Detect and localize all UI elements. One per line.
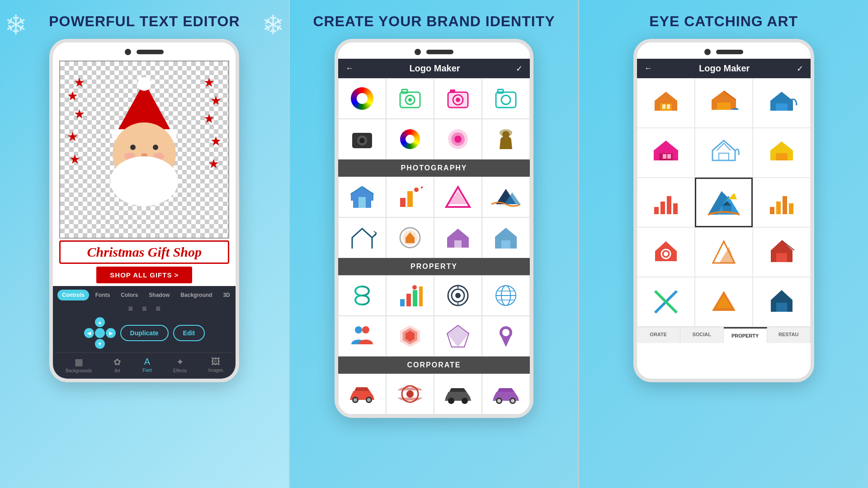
svg-point-69 [354,398,357,402]
logo-cell-prop6[interactable] [386,217,434,258]
tab-controls[interactable]: Controls [57,290,89,300]
dark-car-icon [442,383,474,405]
green-cam-icon [397,86,423,111]
svg-rect-93 [673,203,678,214]
dpad-left[interactable]: ◀ [84,328,94,338]
back-arrow-icon[interactable]: ← [345,64,354,73]
panel-2-title: CREATE YOUR BRAND IDENTITY [290,0,579,34]
logo-cell-corp3[interactable] [434,275,482,316]
hex-logo-icon [397,324,423,349]
p3-cell-3[interactable] [753,78,811,128]
dpad-up[interactable]: ▲ [95,317,105,327]
logo-cell-cam6[interactable] [386,119,434,160]
cat-tab-orate[interactable]: ORATE [637,327,680,343]
edit-button[interactable]: Edit [173,325,205,341]
nav-font[interactable]: A Font [139,355,155,375]
logo-cell-corp7[interactable] [434,316,482,357]
cat-tab-property[interactable]: PROPERTY [724,327,767,343]
logo-cell-corp5[interactable] [338,316,386,357]
p3-cell-15[interactable] [753,277,811,327]
svg-rect-90 [654,207,659,214]
logo-cell-car3[interactable] [434,374,482,414]
logo-cell-corp2[interactable] [386,275,434,316]
bottom-nav: ▦ Backgrounds ✿ Art A Font ✦ Effects [55,352,234,377]
logo-cell-cam4[interactable] [482,78,530,119]
cat-tab-restau[interactable]: RESTAU [767,327,811,343]
p3-cell-5[interactable] [695,128,753,178]
logo-maker-header-2: ← Logo Maker ✓ [338,59,530,78]
p3-cell-1[interactable] [637,78,695,128]
svg-rect-112 [776,303,787,312]
p3-cell-7[interactable] [637,178,695,227]
cat-tab-social[interactable]: SOCIAL [680,327,724,343]
phone-container-3: ← Logo Maker ✓ [579,39,868,382]
nav-effects[interactable]: ✦ Effects [170,355,190,375]
p3-cell-10[interactable] [637,227,695,277]
align-left-icon[interactable]: ≡ [128,304,133,314]
align-right-icon[interactable]: ≡ [156,304,161,314]
logo-cell-cam3[interactable] [434,78,482,119]
check-icon-3[interactable]: ✓ [797,64,803,74]
house-pink [650,137,682,169]
logo-cell-corp8[interactable] [482,316,530,357]
logo-cell-prop4[interactable] [482,177,530,217]
photography-label: PHOTOGRAPHY [338,160,530,177]
logo-cell-cam2[interactable] [386,78,434,119]
logo-cell-prop3[interactable] [434,177,482,217]
p3-cell-12[interactable] [753,227,811,277]
tab-colors[interactable]: Colors [116,290,142,300]
logo-cell-cam5[interactable] [338,119,386,160]
logo-cell-cam8[interactable] [482,119,530,160]
nav-backgrounds[interactable]: ▦ Backgrounds [62,355,95,375]
tab-shadow[interactable]: Shadow [144,290,174,300]
logo-cell-prop2[interactable] [386,177,434,217]
logo-cell-prop8[interactable] [482,217,530,258]
logo-cell-car1[interactable] [338,374,386,414]
logo-maker-title-3: Logo Maker [699,63,750,74]
check-icon[interactable]: ✓ [516,64,523,74]
tab-3d[interactable]: 3D [218,290,234,300]
svg-rect-46 [400,299,405,306]
toolbar: Controls Fonts Colors Shadow Background … [53,286,236,379]
duplicate-button[interactable]: Duplicate [120,325,169,341]
align-center-icon[interactable]: ≡ [142,304,147,314]
logo-cell-cam7[interactable] [434,119,482,160]
phone-1: ★ ★ ★ ★ ★ ★ ★ ★ ★ ★ [49,39,239,382]
svg-point-74 [448,398,454,404]
svg-rect-102 [789,203,793,214]
logo-cell-corp6[interactable] [386,316,434,357]
panel3-logo-grid [637,78,811,327]
logo-cell-corp1[interactable] [338,275,386,316]
svg-rect-100 [776,202,781,214]
dpad-down[interactable]: ▼ [95,339,105,349]
logo-cell-cam1[interactable] [338,78,386,119]
p3-cell-13[interactable] [637,277,695,327]
tab-background[interactable]: Background [176,290,217,300]
nav-images[interactable]: 🖼 Images [205,355,227,375]
dpad-right[interactable]: ▶ [106,328,116,338]
logo-cell-prop7[interactable] [434,217,482,258]
mountain-orange [709,238,738,267]
svg-rect-35 [407,191,413,207]
p3-cell-8-selected[interactable] [695,178,753,227]
star-icon-6: ★ [210,93,222,108]
p3-cell-4[interactable] [637,128,695,178]
logo-cell-corp4[interactable] [482,275,530,316]
logo-cell-prop1[interactable] [338,177,386,217]
p3-cell-14[interactable] [695,277,753,327]
logo-cell-prop5[interactable] [338,217,386,258]
svg-rect-21 [496,92,516,108]
svg-point-75 [462,398,468,404]
p3-cell-11[interactable] [695,227,753,277]
logo-cell-car4[interactable] [482,374,530,414]
tab-fonts[interactable]: Fonts [91,290,115,300]
colorful-cam-icon [351,87,373,110]
logo-maker-header-3: ← Logo Maker ✓ [637,59,811,78]
p3-cell-6[interactable] [753,128,811,178]
p3-cell-2[interactable] [695,78,753,128]
nav-art[interactable]: ✿ Art [110,355,125,375]
shop-button[interactable]: SHOP ALL GIFTS > [96,267,192,283]
logo-cell-car2[interactable] [386,374,434,414]
back-arrow-icon-3[interactable]: ← [644,64,652,73]
p3-cell-9[interactable] [753,178,811,227]
